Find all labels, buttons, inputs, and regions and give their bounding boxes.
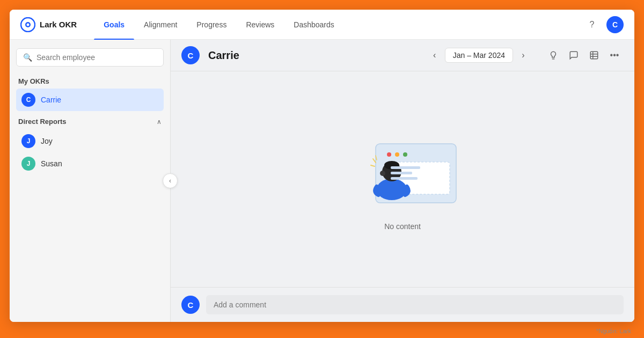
svg-line-17	[371, 165, 375, 166]
content-header: C Carrie ‹ Jan – Mar 2024 ›	[171, 40, 634, 71]
header-action-buttons: •••	[544, 46, 624, 64]
date-prev-button[interactable]: ‹	[427, 47, 443, 63]
svg-rect-13	[391, 166, 420, 169]
nav-right: ? C	[584, 16, 624, 33]
tab-dashboards[interactable]: Dashboards	[284, 10, 344, 40]
search-icon: 🔍	[23, 53, 32, 62]
empty-state-illustration	[343, 128, 462, 214]
sidebar: 🔍 My OKRs C Carrie Direct Reports ∧ J Jo…	[10, 40, 171, 322]
chevron-up-icon[interactable]: ∧	[157, 118, 162, 126]
sidebar-item-susan[interactable]: J Susan	[16, 152, 164, 175]
sidebar-item-carrie[interactable]: C Carrie	[16, 89, 164, 111]
susan-avatar: J	[21, 157, 35, 171]
sidebar-item-joy[interactable]: J Joy	[16, 130, 164, 152]
tab-alignment[interactable]: Alignment	[134, 10, 187, 40]
body-layout: 🔍 My OKRs C Carrie Direct Reports ∧ J Jo…	[10, 40, 634, 322]
my-okrs-label: My OKRs	[16, 77, 164, 85]
logo-text: Lark OKR	[40, 20, 77, 29]
joy-avatar: J	[21, 134, 35, 148]
svg-point-9	[377, 179, 407, 200]
svg-point-2	[27, 23, 30, 26]
joy-name: Joy	[41, 137, 53, 145]
main-content: C Carrie ‹ Jan – Mar 2024 ›	[171, 40, 634, 322]
table-button[interactable]	[585, 46, 603, 64]
carrie-name: Carrie	[41, 95, 61, 104]
logo-area: Lark OKR	[20, 17, 77, 32]
svg-point-6	[395, 152, 399, 157]
help-button[interactable]: ?	[584, 17, 600, 33]
svg-rect-14	[391, 172, 412, 174]
comment-area: C	[171, 287, 634, 322]
direct-reports-label: Direct Reports	[18, 117, 67, 126]
direct-reports-section: Direct Reports ∧	[16, 115, 164, 128]
tab-goals[interactable]: Goals	[94, 10, 134, 40]
content-user-name: Carrie	[208, 49, 239, 62]
content-user-avatar: C	[181, 46, 200, 64]
app-window: Lark OKR Goals Alignment Progress Review…	[10, 10, 634, 322]
svg-rect-15	[391, 177, 418, 180]
watermark: *Nguồn: Lark	[596, 328, 631, 335]
susan-name: Susan	[41, 159, 62, 168]
empty-state: No content	[171, 71, 634, 287]
svg-point-5	[387, 152, 391, 157]
carrie-avatar: C	[21, 93, 35, 107]
tab-reviews[interactable]: Reviews	[236, 10, 284, 40]
more-options-button[interactable]: •••	[605, 46, 624, 64]
search-box[interactable]: 🔍	[16, 48, 164, 67]
comment-input[interactable]	[206, 295, 624, 314]
lightbulb-button[interactable]	[544, 46, 562, 64]
svg-rect-3	[590, 52, 598, 59]
comment-button[interactable]	[565, 46, 583, 64]
date-range-label: Jan – Mar 2024	[445, 48, 513, 63]
lark-logo-icon	[20, 17, 35, 32]
date-next-button[interactable]: ›	[515, 47, 531, 63]
user-avatar-nav[interactable]: C	[606, 16, 624, 33]
search-input[interactable]	[36, 53, 157, 62]
svg-point-7	[403, 152, 407, 157]
tab-progress[interactable]: Progress	[187, 10, 236, 40]
empty-state-text: No content	[384, 222, 421, 231]
date-nav: ‹ Jan – Mar 2024 ›	[427, 47, 531, 63]
sidebar-collapse-button[interactable]: ‹	[163, 173, 178, 188]
nav-tabs: Goals Alignment Progress Reviews Dashboa…	[94, 10, 584, 40]
top-nav: Lark OKR Goals Alignment Progress Review…	[10, 10, 634, 40]
comment-user-avatar: C	[181, 296, 200, 314]
svg-point-12	[380, 171, 385, 176]
